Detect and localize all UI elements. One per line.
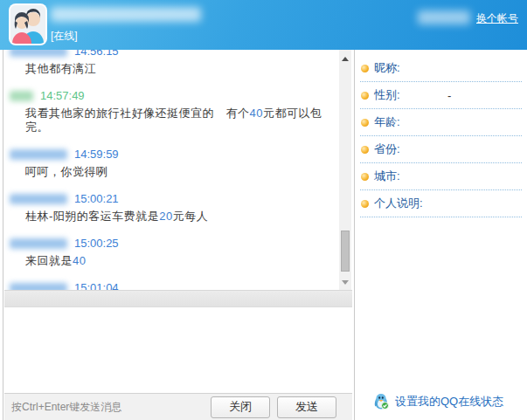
send-shortcut-hint: 按Ctrl+Enter键发送消息 [11,400,121,415]
message-header: 15:00:21 [10,191,339,206]
qq-status-link[interactable]: 设置我的QQ在线状态 [374,393,503,410]
couple-avatar-icon [10,5,45,44]
chat-column: 14:56:15 其他都有漓江 14:57:49 我看其他家的旅行社好像还挺便宜… [3,50,351,420]
profile-field-row: 昵称: [360,55,522,82]
message-timestamp: 15:01:04 [74,281,119,290]
message-header: 15:00:25 [10,236,339,251]
profile-field-row: 年龄: [360,109,522,136]
message-group: 14:56:15 其他都有漓江 [10,50,339,76]
message-group: 15:00:25 来回就是40 [10,236,339,268]
bullet-icon [361,200,369,208]
window-header: [在线] 换个帐号 [0,0,527,50]
blurred-sender-name [10,50,67,57]
message-timestamp: 14:59:59 [74,148,119,161]
profile-panel: 昵称: 性别: - 年龄: 省份: 城市: 个人说明: [355,50,527,420]
profile-field-row: 城市: [360,163,522,190]
message-group: 15:01:04 你发个链接来，我张点见识 [10,280,339,290]
field-label: 个人说明: [374,196,423,211]
close-button[interactable]: 关闭 [211,396,270,418]
profile-field-row: 性别: - [360,82,522,109]
switch-account-link[interactable]: 换个帐号 [476,11,518,26]
blurred-sender-name [10,194,67,204]
message-header: 14:57:49 [10,88,339,103]
profile-field-row: 省份: [360,136,522,163]
message-timestamp: 15:00:21 [74,192,119,205]
scrollbar-thumb[interactable] [341,231,350,272]
blurred-sender-name [10,149,67,160]
send-button[interactable]: 发送 [277,396,336,418]
qq-status-label: 设置我的QQ在线状态 [395,394,503,410]
blurred-username [51,7,201,22]
avatar[interactable] [9,3,47,45]
message-header: 15:01:04 [10,280,339,290]
blurred-account-id [418,10,470,24]
bullet-icon [361,146,369,154]
chat-scrollbar[interactable] [339,50,351,290]
composer-toolbar [4,290,352,307]
scroll-up-icon[interactable] [342,57,349,61]
blurred-sender-name [10,283,67,291]
message-text: 桂林-阳朔的客运车费就是20元每人 [10,210,339,224]
bullet-icon [361,119,369,127]
online-status-text: [在线] [51,29,78,44]
composer-footer: 按Ctrl+Enter键发送消息 关闭 发送 [4,393,352,420]
field-value: - [447,89,451,102]
field-label: 昵称: [374,60,400,76]
profile-field-row: 个人说明: [360,190,522,217]
message-header: 14:59:59 [10,147,339,162]
qq-penguin-icon [374,393,390,410]
message-text: 呵呵，你觉得咧 [10,165,339,179]
message-timestamp: 14:56:15 [74,50,119,58]
blurred-sender-name [10,238,67,249]
message-timestamp: 15:00:25 [74,237,119,250]
message-group: 14:57:49 我看其他家的旅行社好像还挺便宜的 有个40元都可以包完。 [10,88,339,134]
message-text: 其他都有漓江 [10,62,339,76]
message-group: 15:00:21 桂林-阳朔的客运车费就是20元每人 [10,191,339,224]
message-timestamp: 14:57:49 [40,89,85,102]
bullet-icon [361,173,369,181]
message-group: 14:59:59 呵呵，你觉得咧 [10,147,339,179]
message-input[interactable] [4,308,352,393]
field-label: 城市: [374,169,400,184]
bullet-icon [361,92,369,100]
message-header: 14:56:15 [10,50,339,59]
field-label: 性别: [374,87,400,103]
message-text: 我看其他家的旅行社好像还挺便宜的 有个40元都可以包完。 [10,107,339,134]
bullet-icon [361,65,369,72]
blurred-sender-name [10,91,33,101]
chat-message-area[interactable]: 14:56:15 其他都有漓江 14:57:49 我看其他家的旅行社好像还挺便宜… [4,50,339,290]
message-text: 来回就是40 [10,254,339,268]
field-label: 年龄: [374,114,400,130]
field-label: 省份: [374,141,400,157]
scroll-down-icon[interactable] [342,280,349,285]
